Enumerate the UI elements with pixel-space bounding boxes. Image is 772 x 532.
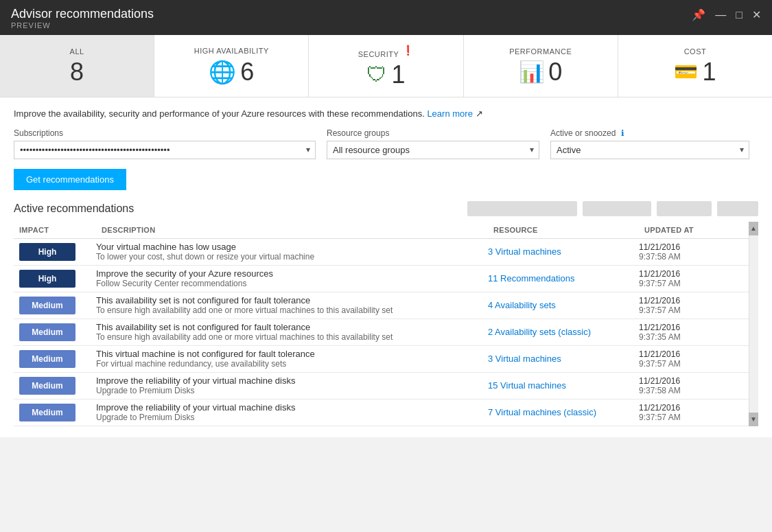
updated-time-1: 9:37:57 AM xyxy=(639,279,749,288)
pin-icon[interactable]: 📌 xyxy=(692,8,705,21)
td-updated-1: 11/21/2016 9:37:57 AM xyxy=(639,265,749,292)
impact-badge-4: Medium xyxy=(19,350,75,368)
table-row[interactable]: Medium This availability set is not conf… xyxy=(14,319,749,345)
table-row[interactable]: High Improve the security of your Azure … xyxy=(14,265,749,292)
scroll-up-button[interactable]: ▲ xyxy=(749,222,758,235)
updated-date-5: 11/21/2016 xyxy=(639,376,749,386)
improve-text: Improve the availability, security and p… xyxy=(14,108,758,119)
th-resource: RESOURCE xyxy=(488,222,639,239)
tab-high-availability[interactable]: HIGH AVAILABILITY 🌐 6 xyxy=(154,35,309,97)
tab-security-label: SECURITY ❗ xyxy=(358,45,414,58)
td-resource-2: 4 Availability sets xyxy=(488,292,639,319)
td-desc-4: This virtual machine is not configured f… xyxy=(96,345,488,372)
learn-more-link[interactable]: Learn more xyxy=(427,108,472,119)
resource-link-6[interactable]: 7 Virtual machines (classic) xyxy=(488,407,596,417)
resource-link-0[interactable]: 3 Virtual machines xyxy=(488,246,561,257)
security-alert-dot: ❗ xyxy=(399,45,414,56)
table-row[interactable]: Medium This virtual machine is not confi… xyxy=(14,345,749,372)
maximize-icon[interactable]: □ xyxy=(736,9,742,21)
rec-title-0: Your virtual machine has low usage xyxy=(96,242,488,252)
td-impact-5: Medium xyxy=(14,372,96,399)
rec-subtitle-4: For virtual machine redundancy, use avai… xyxy=(96,359,488,369)
td-resource-6: 7 Virtual machines (classic) xyxy=(488,399,639,426)
resource-link-2[interactable]: 4 Availability sets xyxy=(488,300,556,310)
tab-all[interactable]: ALL 8 xyxy=(0,35,154,97)
tab-performance[interactable]: PERFORMANCE 📊 0 xyxy=(464,35,618,97)
td-desc-6: Improve the reliability of your virtual … xyxy=(96,399,488,426)
shield-icon: 🛡 xyxy=(366,63,387,86)
td-impact-3: Medium xyxy=(14,319,96,345)
td-updated-3: 11/21/2016 9:37:35 AM xyxy=(639,319,749,345)
impact-badge-0: High xyxy=(19,243,75,261)
scroll-down-button[interactable]: ▼ xyxy=(749,413,758,426)
subscriptions-select[interactable]: ••••••••••••••••••••••••••••••••••••••••… xyxy=(14,141,316,159)
td-updated-5: 11/21/2016 9:37:58 AM xyxy=(639,372,749,399)
impact-badge-1: High xyxy=(19,270,75,288)
td-resource-4: 3 Virtual machines xyxy=(488,345,639,372)
active-snoozed-select[interactable]: Active xyxy=(550,141,749,159)
td-updated-4: 11/21/2016 9:37:57 AM xyxy=(639,345,749,372)
cost-icon: 💳 xyxy=(674,60,698,83)
td-desc-0: Your virtual machine has low usage To lo… xyxy=(96,238,488,265)
section-title: Active recommendations xyxy=(14,203,134,215)
updated-date-1: 11/21/2016 xyxy=(639,269,749,279)
rec-subtitle-5: Upgrade to Premium Disks xyxy=(96,386,488,395)
minimize-icon[interactable]: — xyxy=(715,9,726,21)
window-controls: 📌 — □ ✕ xyxy=(692,8,761,21)
th-updated: UPDATED AT xyxy=(639,222,749,239)
tab-ha-count: 6 xyxy=(240,60,254,84)
td-desc-5: Improve the reliability of your virtual … xyxy=(96,372,488,399)
chart-icon: 📊 xyxy=(519,60,544,84)
td-impact-2: Medium xyxy=(14,292,96,319)
tab-ha-label: HIGH AVAILABILITY xyxy=(194,47,269,55)
rec-subtitle-3: To ensure high availability add one or m… xyxy=(96,332,488,342)
updated-date-2: 11/21/2016 xyxy=(639,296,749,305)
resource-link-1[interactable]: 11 Recommendations xyxy=(488,273,574,284)
impact-badge-2: Medium xyxy=(19,297,75,314)
table-row[interactable]: Medium Improve the reliability of your v… xyxy=(14,399,749,426)
td-desc-3: This availability set is not configured … xyxy=(96,319,488,345)
active-snoozed-info-icon[interactable]: ℹ xyxy=(621,128,624,138)
td-impact-1: High xyxy=(14,265,96,292)
rec-title-3: This availability set is not configured … xyxy=(96,322,488,332)
impact-badge-3: Medium xyxy=(19,323,75,341)
td-resource-5: 15 Virtual machines xyxy=(488,372,639,399)
updated-date-4: 11/21/2016 xyxy=(639,349,749,359)
impact-badge-5: Medium xyxy=(19,377,75,395)
table-row[interactable]: High Your virtual machine has low usage … xyxy=(14,238,749,265)
filter-bar-1 xyxy=(467,201,577,216)
tab-cost[interactable]: COST 💳 1 xyxy=(618,35,772,97)
updated-time-2: 9:37:57 AM xyxy=(639,305,749,315)
scrollbar-track: ▲ ▼ xyxy=(749,222,758,426)
category-tabs: ALL 8 HIGH AVAILABILITY 🌐 6 SECURITY ❗ 🛡… xyxy=(0,35,772,97)
title-bar: Advisor recommendations PREVIEW 📌 — □ ✕ xyxy=(0,0,772,35)
resource-link-3[interactable]: 2 Availability sets (classic) xyxy=(488,327,591,337)
td-impact-0: High xyxy=(14,238,96,265)
table-section: Active recommendations IMPACT DESCRIPTIO… xyxy=(14,201,758,426)
filter-bar-4 xyxy=(717,201,758,216)
resource-link-5[interactable]: 15 Virtual machines xyxy=(488,380,566,391)
updated-date-3: 11/21/2016 xyxy=(639,323,749,332)
tab-security[interactable]: SECURITY ❗ 🛡 1 xyxy=(309,35,463,97)
td-impact-6: Medium xyxy=(14,399,96,426)
table-header: IMPACT DESCRIPTION RESOURCE UPDATED AT xyxy=(14,222,749,239)
table-row[interactable]: Medium Improve the reliability of your v… xyxy=(14,372,749,399)
recommendations-table-wrapper: IMPACT DESCRIPTION RESOURCE UPDATED AT H… xyxy=(14,222,749,426)
preview-label: PREVIEW xyxy=(11,21,154,30)
resource-link-4[interactable]: 3 Virtual machines xyxy=(488,354,561,364)
tab-cost-label: COST xyxy=(684,47,707,56)
tab-performance-count: 0 xyxy=(548,60,562,84)
rec-title-4: This virtual machine is not configured f… xyxy=(96,349,488,359)
resource-groups-select[interactable]: All resource groups xyxy=(327,141,539,159)
td-desc-1: Improve the security of your Azure resou… xyxy=(96,265,488,292)
table-header-row: Active recommendations xyxy=(14,201,758,216)
get-recommendations-button[interactable]: Get recommendations xyxy=(14,169,126,190)
table-filter-bar xyxy=(467,201,758,216)
table-row[interactable]: Medium This availability set is not conf… xyxy=(14,292,749,319)
recommendations-table: IMPACT DESCRIPTION RESOURCE UPDATED AT H… xyxy=(14,222,749,426)
subscriptions-label: Subscriptions xyxy=(14,128,316,138)
filter-bar-2 xyxy=(583,201,651,216)
td-updated-0: 11/21/2016 9:37:58 AM xyxy=(639,238,749,265)
close-icon[interactable]: ✕ xyxy=(752,8,761,21)
main-content: Improve the availability, security and p… xyxy=(0,97,772,437)
